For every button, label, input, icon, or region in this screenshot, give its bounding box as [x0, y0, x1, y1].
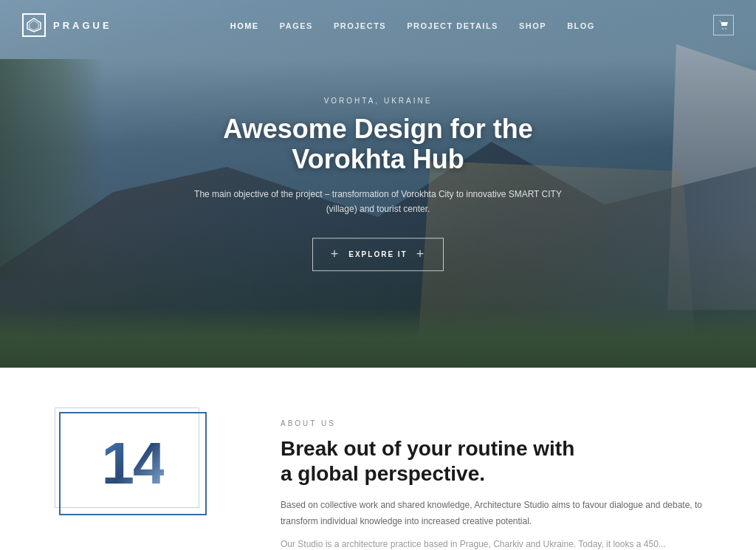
about-left: 14	[22, 412, 244, 515]
nav-link-project-details[interactable]: PROJECT DETAILS	[407, 21, 498, 30]
nav-item-home[interactable]: HOME	[230, 18, 259, 32]
hero-content: VOROHTA, UKRAINE Awesome Design for the …	[179, 97, 577, 271]
svg-point-3	[725, 28, 726, 30]
number-big: 14	[102, 434, 165, 493]
svg-point-2	[722, 28, 724, 30]
nav-links: HOME PAGES PROJECTS PROJECT DETAILS SHOP…	[230, 18, 595, 32]
hero-section: PRAGUE HOME PAGES PROJECTS PROJECT DETAI…	[0, 0, 756, 368]
hero-subtitle: The main objective of the project – tran…	[179, 187, 577, 217]
hero-location: VOROHTA, UKRAINE	[179, 97, 577, 105]
logo-svg	[26, 17, 42, 33]
nav-item-blog[interactable]: BLOG	[567, 18, 595, 32]
logo-icon	[22, 13, 46, 37]
nav-link-home[interactable]: HOME	[230, 21, 259, 30]
about-label: ABOUT US	[281, 419, 734, 427]
nav-link-shop[interactable]: SHOP	[519, 21, 546, 30]
about-right: ABOUT US Break out of your routine with …	[281, 412, 734, 550]
btn-plus-icon-right: +	[416, 247, 426, 262]
navbar: PRAGUE HOME PAGES PROJECTS PROJECT DETAI…	[0, 0, 756, 50]
nav-link-blog[interactable]: BLOG	[567, 21, 595, 30]
about-description: Based on collective work and shared know…	[281, 498, 734, 529]
nav-item-project-details[interactable]: PROJECT DETAILS	[407, 18, 498, 32]
nav-item-shop[interactable]: SHOP	[519, 18, 546, 32]
about-section: 14 ABOUT US Break out of your routine wi…	[0, 368, 756, 550]
btn-plus-icon: +	[331, 247, 340, 262]
explore-button[interactable]: + EXPLORE IT +	[312, 238, 444, 271]
logo-text: PRAGUE	[53, 20, 112, 31]
nav-item-pages[interactable]: PAGES	[280, 18, 313, 32]
about-description-2: Our Studio is a architecture practice ba…	[281, 537, 734, 550]
cart-svg	[718, 20, 729, 30]
hero-title: Awesome Design for the Vorokhta Hub	[179, 114, 577, 175]
explore-label: EXPLORE IT	[348, 250, 407, 258]
nav-link-pages[interactable]: PAGES	[280, 21, 313, 30]
nav-link-projects[interactable]: PROJECTS	[334, 21, 386, 30]
logo[interactable]: PRAGUE	[22, 13, 112, 37]
number-card: 14	[59, 412, 207, 515]
about-heading-line2: a global perspective.	[281, 462, 485, 485]
about-heading: Break out of your routine with a global …	[281, 436, 734, 486]
cart-icon[interactable]	[713, 15, 734, 35]
nav-item-projects[interactable]: PROJECTS	[334, 18, 386, 32]
svg-marker-1	[30, 21, 38, 30]
about-heading-line1: Break out of your routine with	[281, 437, 574, 460]
